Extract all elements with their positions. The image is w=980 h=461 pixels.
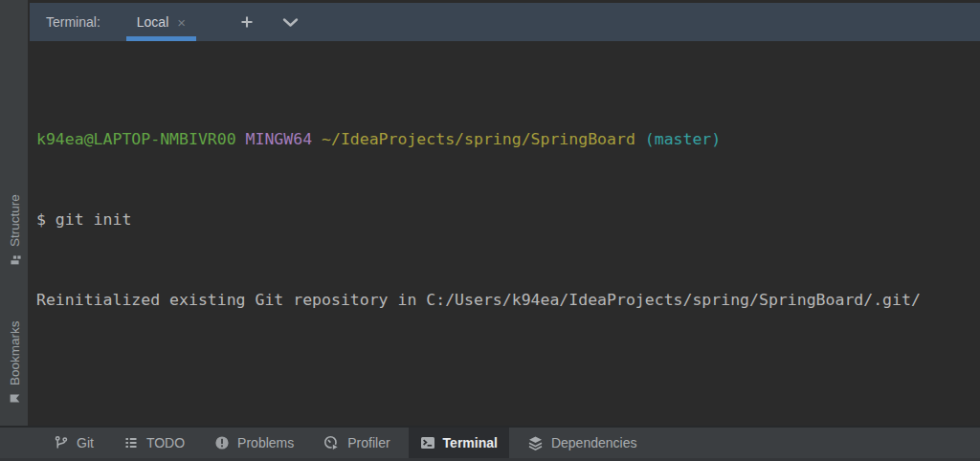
sidebar-item-bookmarks[interactable]: Bookmarks [0,317,30,408]
blank-line [36,367,976,394]
terminal-output[interactable]: k94ea@LAPTOP-NMBIVR00MINGW64~/IdeaProjec… [30,41,980,426]
todo-list-icon [123,435,139,450]
tool-button-dependencies[interactable]: Dependencies [516,428,649,458]
tab-local[interactable]: Local × [126,3,196,41]
dependencies-icon [527,435,544,451]
tool-button-git[interactable]: Git [42,428,105,458]
close-icon[interactable]: × [177,15,186,30]
profiler-icon [323,435,340,451]
active-tab-underline [126,36,196,41]
tool-button-label: Git [77,435,94,450]
git-branch-icon [54,435,69,450]
prompt-branch: (master) [645,130,721,148]
terminal-options-button[interactable] [282,17,299,28]
tool-button-label: Terminal [443,435,498,450]
tool-button-todo[interactable]: TODO [112,428,196,458]
tool-button-label: Profiler [347,435,390,450]
left-tool-stripe: Structure Bookmarks [0,0,30,461]
tool-button-label: Dependencies [551,435,637,450]
terminal-icon [420,435,435,450]
plus-icon [239,14,255,30]
bookmark-icon [9,392,21,405]
prompt-user-host: k94ea@LAPTOP-NMBIVR00 [36,130,236,148]
output-line: Reinitialized existing Git repository in… [36,287,976,314]
tool-button-terminal[interactable]: Terminal [409,428,509,458]
sidebar-item-label: Structure [8,194,22,247]
problems-icon [214,435,230,450]
command-line: $ git init [36,207,976,233]
tool-button-profiler[interactable]: Profiler [312,428,401,458]
prompt-line: k94ea@LAPTOP-NMBIVR00MINGW64~/IdeaProjec… [36,126,976,153]
terminal-tool-window: Structure Bookmarks Terminal: Local × [0,0,980,461]
terminal-header-label: Terminal: [46,14,100,30]
tool-button-label: Problems [237,435,294,450]
terminal-header-bar: Terminal: Local × [30,0,980,41]
sidebar-item-label: Bookmarks [8,320,22,385]
prompt-env: MINGW64 [246,130,313,148]
tab-title: Local [137,14,168,30]
sidebar-item-structure[interactable]: Structure [0,190,30,270]
bottom-tool-bar: Git TODO Problems Profiler [0,426,980,461]
chevron-down-icon [282,17,299,28]
tool-button-label: TODO [146,435,185,450]
prompt-path: ~/IdeaProjects/spring/SpringBoard [322,130,635,148]
tool-button-problems[interactable]: Problems [203,428,305,458]
new-terminal-button[interactable] [239,14,255,30]
structure-icon [9,253,21,266]
